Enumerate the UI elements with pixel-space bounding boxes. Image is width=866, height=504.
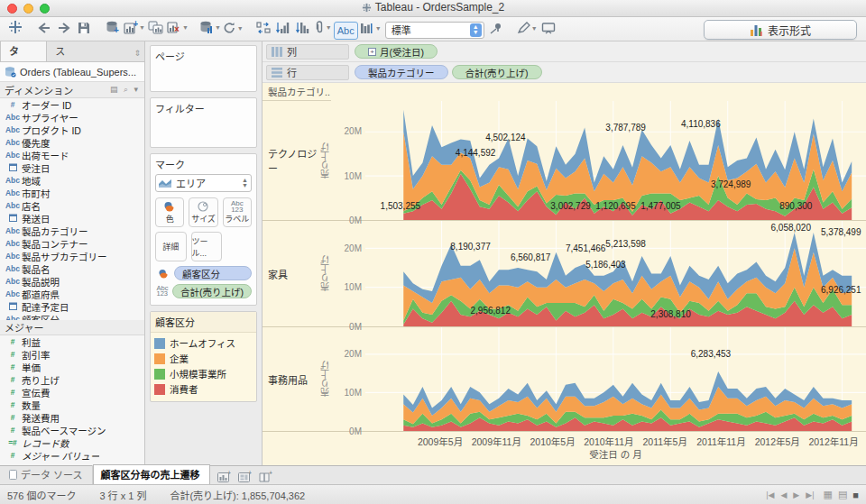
field-item[interactable]: #利益 bbox=[0, 335, 144, 348]
field-item[interactable]: 配達予定日 bbox=[0, 300, 144, 313]
sort-ascending-icon[interactable] bbox=[274, 19, 292, 37]
field-item[interactable]: 受注日 bbox=[0, 161, 144, 174]
find-field-icon[interactable]: ⌕ bbox=[124, 85, 130, 94]
prev-sheet-icon[interactable]: ◀ bbox=[780, 490, 787, 499]
plot-area[interactable]: 6,283,453 bbox=[365, 327, 866, 431]
update-datasource-icon[interactable]: ▼ bbox=[199, 19, 221, 37]
field-item[interactable]: Abc製品カテゴリー bbox=[0, 225, 144, 237]
shelf-pill[interactable]: 合計(売り上げ) bbox=[452, 65, 542, 79]
sort-descending-icon[interactable] bbox=[294, 19, 312, 37]
rows-shelf[interactable]: 行 製品カテゴリー合計(売り上げ) bbox=[263, 62, 866, 83]
new-story-tab-icon[interactable]: + bbox=[259, 471, 272, 484]
plot-area[interactable]: 8,190,3776,560,8177,451,4665,213,5985,18… bbox=[365, 221, 866, 326]
sheet-sorter-view-icon[interactable]: ▦ bbox=[824, 489, 833, 500]
field-item[interactable]: Abc製品説明 bbox=[0, 275, 144, 288]
sheet-tabs-view-icon[interactable]: ■ bbox=[852, 490, 859, 500]
field-label: 市町村 bbox=[22, 187, 51, 200]
new-dashboard-tab-icon[interactable]: + bbox=[238, 471, 252, 484]
back-icon[interactable] bbox=[35, 19, 53, 37]
field-item[interactable]: Abc地域 bbox=[0, 174, 144, 187]
field-item[interactable]: Abc市町村 bbox=[0, 187, 144, 199]
presentation-icon[interactable] bbox=[539, 19, 557, 37]
field-item[interactable]: Abc製品サブカテゴリー bbox=[0, 250, 144, 262]
category-row-label[interactable]: 家具 bbox=[263, 221, 318, 326]
category-row-label[interactable]: 事務用品 bbox=[263, 327, 318, 431]
clear-sheet-icon[interactable]: ×▼ bbox=[167, 19, 189, 37]
marks-pill[interactable]: 合計(売り上げ) bbox=[172, 284, 252, 298]
field-item[interactable]: Abc製品名 bbox=[0, 262, 144, 275]
field-item[interactable]: =#レコード数 bbox=[0, 436, 144, 449]
field-item[interactable]: #売り上げ bbox=[0, 373, 144, 386]
plot-area[interactable]: 1,503,2554,144,5924,502,1243,787,7894,11… bbox=[365, 101, 866, 220]
field-item[interactable]: #割引率 bbox=[0, 348, 144, 361]
marks-pill[interactable]: 顧客区分 bbox=[174, 266, 252, 280]
color-button[interactable]: 色 bbox=[155, 197, 184, 227]
show-me-button[interactable]: 表示形式 bbox=[704, 20, 857, 40]
pages-shelf[interactable]: ページ bbox=[150, 45, 257, 92]
pane-menu-icon[interactable]: ▾ bbox=[134, 85, 140, 94]
legend-item[interactable]: ホームオフィス bbox=[154, 335, 253, 351]
save-icon[interactable] bbox=[75, 19, 93, 37]
legend-item[interactable]: 消費者 bbox=[154, 381, 253, 397]
fit-icon[interactable]: ▼ bbox=[360, 19, 382, 37]
field-item[interactable]: Abc店名 bbox=[0, 199, 144, 212]
field-label: 製品ベースマージン bbox=[22, 424, 106, 437]
datasource-item[interactable]: Orders (Tableau_Supers... bbox=[0, 62, 144, 82]
field-item[interactable]: #オーダー ID bbox=[0, 98, 144, 111]
field-item[interactable]: Abc顧客区分 bbox=[0, 313, 144, 320]
pin-axes-icon[interactable] bbox=[488, 19, 506, 37]
title-bar: Tableau - OrdersSample_2 bbox=[0, 0, 866, 17]
field-item[interactable]: Abcプロダクト ID bbox=[0, 124, 144, 136]
field-item[interactable]: #メジャー バリュー bbox=[0, 449, 144, 462]
legend-item[interactable]: 企業 bbox=[154, 351, 253, 366]
forward-icon[interactable] bbox=[55, 19, 73, 37]
swap-axes-icon[interactable] bbox=[254, 19, 272, 37]
duplicate-sheet-icon[interactable] bbox=[147, 19, 165, 37]
field-item[interactable]: #製品ベースマージン bbox=[0, 424, 144, 436]
tooltip-button[interactable]: ツール... bbox=[191, 232, 223, 261]
field-item[interactable]: Abc出荷モード bbox=[0, 149, 144, 161]
tab-data-source[interactable]: データ ソース bbox=[2, 465, 93, 484]
mark-type-select[interactable]: エリア ▲▼ bbox=[155, 174, 252, 192]
shelf-pill[interactable]: 製品カテゴリー bbox=[355, 65, 448, 79]
next-sheet-icon[interactable]: ▶ bbox=[793, 490, 799, 499]
size-button[interactable]: サイズ bbox=[189, 197, 217, 227]
highlight-icon[interactable]: ▼ bbox=[517, 19, 538, 37]
field-item[interactable]: Abc製品コンテナー bbox=[0, 237, 144, 250]
expand-icon[interactable]: + bbox=[368, 48, 376, 56]
pane-collapse-icon[interactable]: ⇕ bbox=[130, 45, 144, 61]
category-row-label[interactable]: テクノロジー bbox=[263, 101, 318, 220]
label-button[interactable]: Abc123ラベル bbox=[223, 197, 252, 227]
filmstrip-view-icon[interactable]: ▤ bbox=[838, 489, 847, 500]
columns-shelf[interactable]: 列 +月(受注日) bbox=[263, 41, 866, 62]
view-as-icon[interactable]: ▤ bbox=[110, 85, 120, 94]
field-item[interactable]: #数量 bbox=[0, 399, 144, 411]
legend-item[interactable]: 小規模事業所 bbox=[154, 366, 253, 381]
new-worksheet-tab-icon[interactable]: + bbox=[217, 471, 231, 484]
data-pane: データアナリティクス⇕ Orders (Tableau_Supers... ディ… bbox=[0, 41, 145, 465]
new-worksheet-icon[interactable]: +▼ bbox=[124, 19, 145, 37]
group-members-icon[interactable]: ▼ bbox=[314, 19, 332, 37]
field-item[interactable]: #発送費用 bbox=[0, 411, 144, 424]
number-field-icon: # bbox=[4, 337, 22, 346]
field-item[interactable]: 発送日 bbox=[0, 212, 144, 225]
field-item[interactable]: Abc都道府県 bbox=[0, 288, 144, 300]
add-datasource-icon[interactable]: + bbox=[104, 19, 122, 37]
field-item[interactable]: #宣伝費 bbox=[0, 386, 144, 399]
detail-button[interactable]: 詳細 bbox=[155, 232, 187, 261]
tableau-app-icon bbox=[362, 3, 372, 15]
toolbar: ++▼×▼▼▼▼Abc▼標準▲▼▼ 表示形式 bbox=[0, 17, 866, 41]
refresh-icon[interactable]: ▼ bbox=[223, 19, 244, 37]
field-item[interactable]: Abc優先度 bbox=[0, 136, 144, 149]
tab-active-sheet[interactable]: 顧客区分毎の売上遷移 bbox=[93, 464, 210, 484]
last-sheet-icon[interactable]: ▶| bbox=[806, 490, 814, 499]
field-item[interactable]: Abcサプライヤー bbox=[0, 111, 144, 124]
row-field-header: 製品カテゴリ.. bbox=[263, 85, 331, 101]
field-item[interactable]: #単価 bbox=[0, 361, 144, 373]
fit-select[interactable]: 標準▲▼ bbox=[385, 22, 484, 39]
first-sheet-icon[interactable]: |◀ bbox=[766, 490, 774, 499]
show-mark-labels-button[interactable]: Abc bbox=[334, 22, 358, 40]
shelf-pill[interactable]: +月(受注日) bbox=[355, 44, 438, 59]
filters-shelf[interactable]: フィルター bbox=[150, 97, 257, 148]
select-stepper-icon: ▲▼ bbox=[470, 23, 482, 37]
